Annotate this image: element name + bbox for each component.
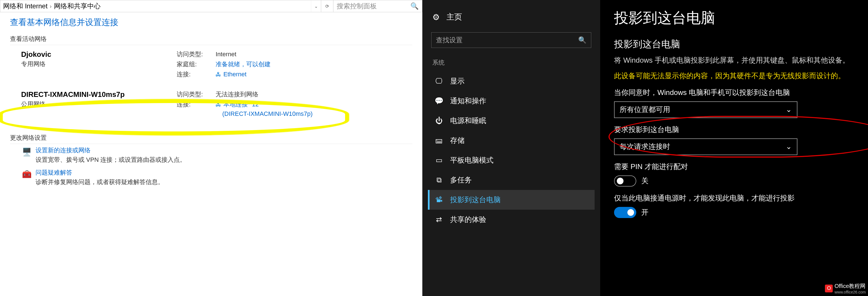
- search-input[interactable]: 搜索控制面板 🔍: [333, 0, 422, 12]
- access-type-value: 无法连接到网络: [216, 90, 258, 99]
- search-placeholder: 搜索控制面板: [337, 2, 377, 10]
- dropdown2-value: 每次请求连接时: [620, 142, 670, 152]
- access-type-label: 访问类型:: [177, 50, 216, 58]
- breadcrumb-part-2[interactable]: 网络和共享中心: [54, 2, 100, 10]
- pin-label: 需要 PIN 才能进行配对: [614, 162, 854, 171]
- project-icon: 📽: [432, 195, 446, 204]
- section-title: 投影到这台电脑: [614, 38, 854, 51]
- power-toggle-state: 开: [641, 208, 649, 217]
- homegroup-label: 家庭组:: [177, 60, 216, 69]
- content-area: 查看基本网络信息并设置连接 查看活动网络 Djokovic 专用网络 访问类型:…: [0, 12, 422, 193]
- ethernet-icon: 🖧: [216, 71, 221, 78]
- display-icon: 🖵: [432, 77, 446, 85]
- breadcrumb-part-1[interactable]: 网络和 Internet: [3, 2, 48, 10]
- connection-link[interactable]: 本地连接* 12: [223, 100, 259, 109]
- connection-label: 连接:: [177, 100, 216, 109]
- change-settings-label: 更改网络设置: [10, 134, 412, 142]
- troubleshoot-item[interactable]: 🧰 问题疑难解答 诊断并修复网络问题，或者获得疑难解答信息。: [10, 166, 412, 189]
- ethernet-icon: 🖧: [216, 101, 221, 108]
- pin-toggle[interactable]: [614, 176, 636, 187]
- dropdown2-label: 要求投影到这台电脑: [614, 125, 854, 134]
- breadcrumb-dropdown-icon[interactable]: ⌄: [311, 0, 321, 12]
- active-networks-label: 查看活动网络: [10, 35, 412, 43]
- nav-display[interactable]: 🖵显示: [428, 71, 595, 91]
- chevron-down-icon: ⌄: [786, 105, 792, 114]
- network-entry-1: Djokovic 专用网络 访问类型:Internet 家庭组:准备就绪，可以创…: [10, 45, 412, 85]
- chevron-right-icon: ›: [50, 3, 52, 9]
- settings-window: ⚙ 主页 查找设置 🔍 系统 🖵显示 💬通知和操作 ⏻电源和睡眠 🖴存储 ▭平板…: [422, 0, 868, 296]
- gear-icon: ⚙: [432, 12, 440, 22]
- network-entry-2: DIRECT-IXMACMINI-W10ms7p 公用网络 访问类型:无法连接到…: [10, 85, 412, 123]
- search-icon: 🔍: [578, 36, 587, 44]
- nav-power[interactable]: ⏻电源和睡眠: [428, 111, 595, 131]
- power-icon: ⏻: [432, 116, 446, 125]
- tablet-icon: ▭: [432, 156, 446, 165]
- ask-to-project-dropdown[interactable]: 每次请求连接时 ⌄: [614, 138, 798, 155]
- page-heading: 查看基本网络信息并设置连接: [10, 17, 412, 28]
- settings-sidebar: ⚙ 主页 查找设置 🔍 系统 🖵显示 💬通知和操作 ⏻电源和睡眠 🖴存储 ▭平板…: [422, 0, 600, 296]
- watermark-brand: Office教程网: [834, 283, 866, 289]
- connection-link[interactable]: Ethernet: [223, 71, 246, 78]
- troubleshoot-desc: 诊断并修复网络问题，或者获得疑难解答信息。: [36, 178, 164, 186]
- nav-projecting[interactable]: 📽投影到这台电脑: [428, 190, 595, 210]
- power-label: 仅当此电脑接通电源时，才能发现此电脑，才能进行投影: [614, 193, 854, 203]
- homegroup-link[interactable]: 准备就绪，可以创建: [216, 60, 271, 69]
- power-toggle[interactable]: [614, 207, 636, 218]
- address-bar: 网络和 Internet › 网络和共享中心 ⌄ ⟳ 搜索控制面板 🔍: [0, 0, 422, 12]
- nav-storage[interactable]: 🖴存储: [428, 131, 595, 151]
- category-label: 系统: [428, 56, 595, 71]
- network-name: DIRECT-IXMACMINI-W10ms7p: [21, 90, 177, 99]
- warning-text: 此设备可能无法显示你的内容，因为其硬件不是专为无线投影而设计的。: [614, 71, 854, 81]
- settings-main: 投影到这台电脑 投影到这台电脑 将 Windows 手机或电脑投影到此屏幕，并使…: [600, 0, 868, 296]
- nav-notifications[interactable]: 💬通知和操作: [428, 91, 595, 111]
- pin-toggle-state: 关: [641, 176, 649, 186]
- connection-sub-link[interactable]: (DIRECT-IXMACMINI-W10ms7p): [222, 110, 401, 117]
- network-type: 公用网络: [21, 100, 177, 108]
- chevron-down-icon: ⌄: [786, 142, 792, 151]
- connection-label: 连接:: [177, 70, 216, 79]
- dropdown1-value: 所有位置都可用: [620, 105, 670, 114]
- nav-tablet[interactable]: ▭平板电脑模式: [428, 151, 595, 170]
- refresh-icon[interactable]: ⟳: [321, 0, 333, 12]
- dropdown1-label: 当你同意时，Windows 电脑和手机可以投影到这台电脑: [614, 88, 854, 98]
- watermark-url: www.office26.com: [834, 290, 866, 294]
- home-button[interactable]: ⚙ 主页: [428, 9, 595, 25]
- new-connection-item[interactable]: 🖥️ 设置新的连接或网络 设置宽带、拨号或 VPN 连接；或设置路由器或接入点。: [10, 144, 412, 166]
- settings-search-placeholder: 查找设置: [436, 36, 463, 45]
- availability-dropdown[interactable]: 所有位置都可用 ⌄: [614, 101, 798, 118]
- storage-icon: 🖴: [432, 136, 446, 145]
- breadcrumb[interactable]: 网络和 Internet › 网络和共享中心: [0, 2, 311, 10]
- network-name: Djokovic: [21, 50, 177, 59]
- new-connection-link[interactable]: 设置新的连接或网络: [36, 146, 186, 155]
- settings-search-input[interactable]: 查找设置 🔍: [431, 32, 591, 48]
- multitask-icon: ⧉: [432, 176, 446, 184]
- new-connection-desc: 设置宽带、拨号或 VPN 连接；或设置路由器或接入点。: [36, 156, 186, 164]
- share-icon: ⇄: [432, 215, 446, 224]
- troubleshoot-link[interactable]: 问题疑难解答: [36, 168, 164, 177]
- nav-multitask[interactable]: ⧉多任务: [428, 170, 595, 190]
- notify-icon: 💬: [432, 97, 446, 105]
- network-setup-icon: 🖥️: [21, 146, 32, 157]
- access-type-label: 访问类型:: [177, 90, 216, 99]
- watermark-logo-icon: O: [825, 285, 833, 292]
- home-label: 主页: [446, 12, 462, 22]
- watermark: O Office教程网 www.office26.com: [825, 282, 866, 294]
- access-type-value: Internet: [216, 51, 237, 58]
- network-type: 专用网络: [21, 60, 177, 68]
- description-text: 将 Windows 手机或电脑投影到此屏幕，并使用其键盘、鼠标和其他设备。: [614, 55, 854, 65]
- page-title: 投影到这台电脑: [614, 8, 854, 28]
- control-panel-window: 网络和 Internet › 网络和共享中心 ⌄ ⟳ 搜索控制面板 🔍 查看基本…: [0, 0, 422, 296]
- troubleshoot-icon: 🧰: [21, 168, 32, 180]
- search-icon: 🔍: [410, 2, 419, 10]
- nav-shared-experiences[interactable]: ⇄共享的体验: [428, 210, 595, 230]
